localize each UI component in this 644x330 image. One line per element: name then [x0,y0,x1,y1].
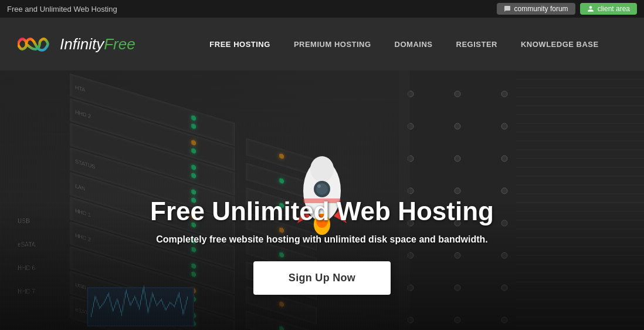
nav-free-hosting[interactable]: FREE HOSTING [209,40,270,49]
client-area-label: client area [598,5,630,13]
nav-links: FREE HOSTING PREMIUM HOSTING DOMAINS REG… [182,40,626,49]
client-area-button[interactable]: client area [580,3,637,15]
logo-infinity-text: Infinity [60,35,104,53]
top-bar: Free and Unlimited Web Hosting community… [0,0,644,18]
nav-register[interactable]: REGISTER [456,40,497,49]
chat-icon [504,5,511,12]
logo-free-text: Free [104,35,135,53]
person-icon [587,5,594,12]
community-forum-label: community forum [514,5,568,13]
svg-point-1 [310,156,334,182]
logo-area: InfinityFree [18,29,182,59]
hero-content: Free Unlimited Web Hosting Completely fr… [117,197,527,295]
nav-domains[interactable]: DOMAINS [395,40,433,49]
nav-premium-hosting[interactable]: PREMIUM HOSTING [294,40,371,49]
svg-point-4 [317,184,321,188]
logo-icon [18,29,53,59]
community-forum-button[interactable]: community forum [497,3,575,15]
site-tagline: Free and Unlimited Web Hosting [7,5,117,14]
hero-title: Free Unlimited Web Hosting [117,197,527,226]
hero-section: Free Unlimited Web Hosting Completely fr… [0,70,644,330]
signup-button[interactable]: Sign Up Now [253,261,391,295]
top-bar-actions: community forum client area [497,3,637,15]
hero-subtitle: Completely free website hosting with unl… [117,234,527,245]
logo-text: InfinityFree [60,35,135,53]
nav-knowledge-base[interactable]: KNOWLEDGE BASE [521,40,599,49]
navbar: InfinityFree FREE HOSTING PREMIUM HOSTIN… [0,18,644,70]
